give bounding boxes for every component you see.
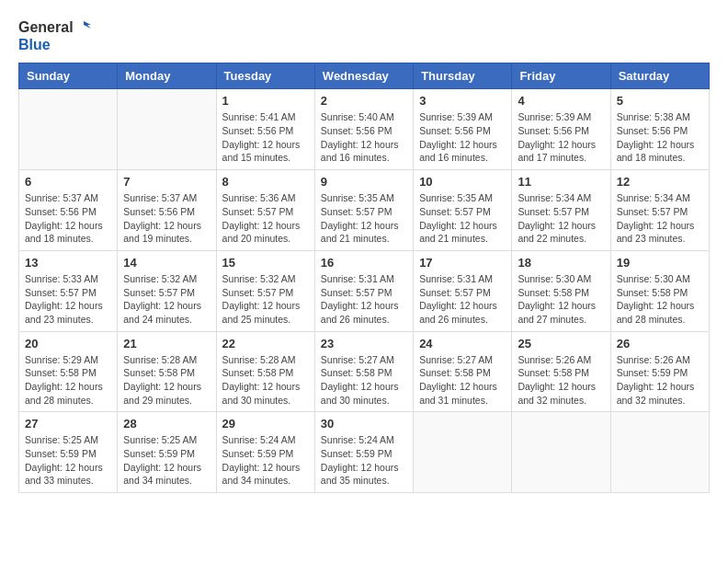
calendar-header-row: SundayMondayTuesdayWednesdayThursdayFrid…: [19, 63, 710, 89]
day-info: Sunrise: 5:30 AMSunset: 5:58 PMDaylight:…: [518, 272, 604, 327]
day-info: Sunrise: 5:35 AMSunset: 5:57 PMDaylight:…: [321, 191, 407, 246]
calendar-cell: 6Sunrise: 5:37 AMSunset: 5:56 PMDaylight…: [19, 170, 118, 251]
calendar-week-4: 20Sunrise: 5:29 AMSunset: 5:58 PMDayligh…: [19, 331, 710, 412]
header-friday: Friday: [512, 63, 610, 89]
calendar-cell: 25Sunrise: 5:26 AMSunset: 5:58 PMDayligh…: [512, 331, 610, 412]
calendar-cell: 26Sunrise: 5:26 AMSunset: 5:59 PMDayligh…: [610, 331, 709, 412]
svg-marker-0: [84, 21, 91, 29]
day-info: Sunrise: 5:24 AMSunset: 5:59 PMDaylight:…: [321, 433, 407, 488]
day-info: Sunrise: 5:27 AMSunset: 5:58 PMDaylight:…: [419, 353, 506, 408]
day-info: Sunrise: 5:25 AMSunset: 5:59 PMDaylight:…: [123, 433, 210, 488]
logo: General Blue: [18, 18, 91, 53]
calendar-cell: [610, 412, 709, 493]
calendar-cell: 19Sunrise: 5:30 AMSunset: 5:58 PMDayligh…: [610, 250, 709, 331]
calendar-cell: [19, 89, 118, 170]
day-number: 30: [321, 417, 407, 431]
calendar-cell: 13Sunrise: 5:33 AMSunset: 5:57 PMDayligh…: [19, 250, 118, 331]
day-info: Sunrise: 5:24 AMSunset: 5:59 PMDaylight:…: [222, 433, 309, 488]
calendar-cell: 9Sunrise: 5:35 AMSunset: 5:57 PMDaylight…: [314, 170, 413, 251]
logo-text-general: General: [18, 18, 74, 36]
day-info: Sunrise: 5:25 AMSunset: 5:59 PMDaylight:…: [25, 433, 111, 488]
day-number: 27: [25, 417, 111, 431]
calendar-week-5: 27Sunrise: 5:25 AMSunset: 5:59 PMDayligh…: [19, 412, 710, 493]
day-number: 17: [419, 256, 506, 270]
day-number: 8: [222, 175, 309, 189]
header-sunday: Sunday: [19, 63, 118, 89]
day-number: 20: [25, 337, 111, 350]
day-info: Sunrise: 5:39 AMSunset: 5:56 PMDaylight:…: [419, 110, 506, 165]
calendar-cell: 29Sunrise: 5:24 AMSunset: 5:59 PMDayligh…: [216, 412, 314, 493]
day-info: Sunrise: 5:38 AMSunset: 5:56 PMDaylight:…: [617, 110, 703, 165]
day-number: 10: [419, 175, 506, 189]
day-info: Sunrise: 5:34 AMSunset: 5:57 PMDaylight:…: [617, 191, 703, 246]
day-info: Sunrise: 5:28 AMSunset: 5:58 PMDaylight:…: [123, 353, 210, 408]
day-number: 29: [222, 417, 309, 431]
day-info: Sunrise: 5:26 AMSunset: 5:58 PMDaylight:…: [518, 353, 604, 408]
day-number: 11: [518, 175, 604, 189]
calendar-table: SundayMondayTuesdayWednesdayThursdayFrid…: [18, 63, 710, 493]
calendar-cell: 1Sunrise: 5:41 AMSunset: 5:56 PMDaylight…: [216, 89, 314, 170]
calendar-week-1: 1Sunrise: 5:41 AMSunset: 5:56 PMDaylight…: [19, 89, 710, 170]
day-number: 6: [25, 175, 111, 189]
calendar-cell: 21Sunrise: 5:28 AMSunset: 5:58 PMDayligh…: [118, 331, 216, 412]
day-info: Sunrise: 5:33 AMSunset: 5:57 PMDaylight:…: [25, 272, 111, 327]
day-info: Sunrise: 5:37 AMSunset: 5:56 PMDaylight:…: [25, 191, 111, 246]
logo-text-blue: Blue: [18, 36, 91, 53]
calendar-cell: 18Sunrise: 5:30 AMSunset: 5:58 PMDayligh…: [512, 250, 610, 331]
day-info: Sunrise: 5:32 AMSunset: 5:57 PMDaylight:…: [123, 272, 210, 327]
day-info: Sunrise: 5:40 AMSunset: 5:56 PMDaylight:…: [321, 110, 407, 165]
day-info: Sunrise: 5:31 AMSunset: 5:57 PMDaylight:…: [321, 272, 407, 327]
calendar-cell: [118, 89, 216, 170]
calendar-cell: 17Sunrise: 5:31 AMSunset: 5:57 PMDayligh…: [414, 250, 512, 331]
day-number: 3: [419, 94, 506, 108]
day-number: 1: [222, 94, 309, 108]
calendar-cell: 11Sunrise: 5:34 AMSunset: 5:57 PMDayligh…: [512, 170, 610, 251]
calendar-cell: 24Sunrise: 5:27 AMSunset: 5:58 PMDayligh…: [414, 331, 512, 412]
calendar-cell: 15Sunrise: 5:32 AMSunset: 5:57 PMDayligh…: [216, 250, 314, 331]
calendar-cell: 22Sunrise: 5:28 AMSunset: 5:58 PMDayligh…: [216, 331, 314, 412]
day-info: Sunrise: 5:30 AMSunset: 5:58 PMDaylight:…: [617, 272, 703, 327]
day-info: Sunrise: 5:35 AMSunset: 5:57 PMDaylight:…: [419, 191, 506, 246]
calendar-cell: 4Sunrise: 5:39 AMSunset: 5:56 PMDaylight…: [512, 89, 610, 170]
day-number: 4: [518, 94, 604, 108]
day-info: Sunrise: 5:37 AMSunset: 5:56 PMDaylight:…: [123, 191, 210, 246]
day-info: Sunrise: 5:29 AMSunset: 5:58 PMDaylight:…: [25, 353, 111, 408]
day-number: 16: [321, 256, 407, 270]
calendar-cell: 27Sunrise: 5:25 AMSunset: 5:59 PMDayligh…: [19, 412, 118, 493]
calendar-cell: 16Sunrise: 5:31 AMSunset: 5:57 PMDayligh…: [314, 250, 413, 331]
day-number: 13: [25, 256, 111, 270]
day-number: 25: [518, 337, 604, 350]
calendar-cell: 23Sunrise: 5:27 AMSunset: 5:58 PMDayligh…: [314, 331, 413, 412]
header-wednesday: Wednesday: [314, 63, 413, 89]
day-info: Sunrise: 5:32 AMSunset: 5:57 PMDaylight:…: [222, 272, 309, 327]
day-info: Sunrise: 5:28 AMSunset: 5:58 PMDaylight:…: [222, 353, 309, 408]
logo-bird-icon: [74, 19, 91, 36]
day-number: 28: [123, 417, 210, 431]
day-info: Sunrise: 5:34 AMSunset: 5:57 PMDaylight:…: [518, 191, 604, 246]
day-info: Sunrise: 5:36 AMSunset: 5:57 PMDaylight:…: [222, 191, 309, 246]
day-number: 9: [321, 175, 407, 189]
day-number: 7: [123, 175, 210, 189]
calendar-week-3: 13Sunrise: 5:33 AMSunset: 5:57 PMDayligh…: [19, 250, 710, 331]
day-number: 19: [617, 256, 703, 270]
day-number: 23: [321, 337, 407, 350]
day-number: 21: [123, 337, 210, 350]
calendar-cell: 2Sunrise: 5:40 AMSunset: 5:56 PMDaylight…: [314, 89, 413, 170]
calendar-cell: 30Sunrise: 5:24 AMSunset: 5:59 PMDayligh…: [314, 412, 413, 493]
calendar-cell: 5Sunrise: 5:38 AMSunset: 5:56 PMDaylight…: [610, 89, 709, 170]
day-number: 18: [518, 256, 604, 270]
header-tuesday: Tuesday: [216, 63, 314, 89]
day-number: 22: [222, 337, 309, 350]
calendar-week-2: 6Sunrise: 5:37 AMSunset: 5:56 PMDaylight…: [19, 170, 710, 251]
day-info: Sunrise: 5:31 AMSunset: 5:57 PMDaylight:…: [419, 272, 506, 327]
calendar-cell: [512, 412, 610, 493]
calendar-cell: [414, 412, 512, 493]
calendar-cell: 14Sunrise: 5:32 AMSunset: 5:57 PMDayligh…: [118, 250, 216, 331]
calendar-cell: 28Sunrise: 5:25 AMSunset: 5:59 PMDayligh…: [118, 412, 216, 493]
calendar-cell: 7Sunrise: 5:37 AMSunset: 5:56 PMDaylight…: [118, 170, 216, 251]
calendar-cell: 3Sunrise: 5:39 AMSunset: 5:56 PMDaylight…: [414, 89, 512, 170]
day-info: Sunrise: 5:41 AMSunset: 5:56 PMDaylight:…: [222, 110, 309, 165]
calendar-cell: 20Sunrise: 5:29 AMSunset: 5:58 PMDayligh…: [19, 331, 118, 412]
day-number: 14: [123, 256, 210, 270]
day-info: Sunrise: 5:39 AMSunset: 5:56 PMDaylight:…: [518, 110, 604, 165]
